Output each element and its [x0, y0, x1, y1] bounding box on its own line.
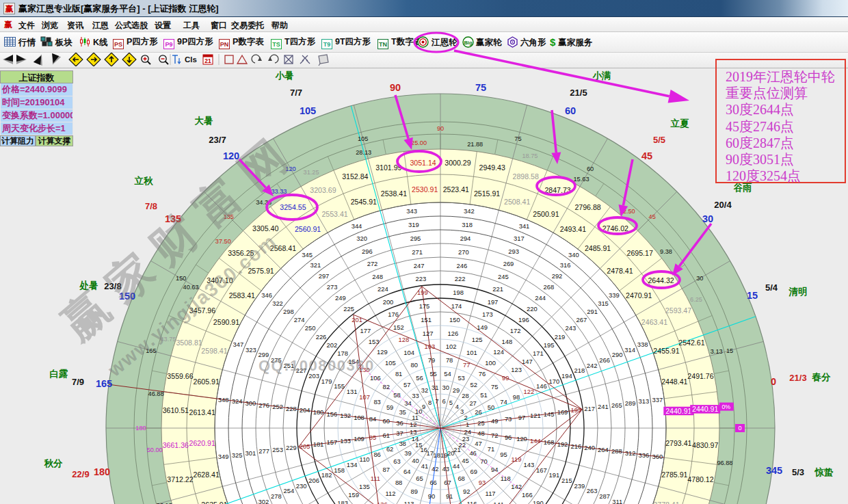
svg-text:247: 247	[414, 262, 425, 269]
svg-text:9.38: 9.38	[660, 248, 672, 255]
svg-text:323: 323	[246, 346, 256, 354]
svg-text:271: 271	[412, 248, 423, 256]
svg-text:2635.91: 2635.91	[201, 501, 227, 504]
svg-text:135: 135	[359, 483, 370, 490]
svg-text:惊蛰: 惊蛰	[814, 467, 834, 477]
svg-text:317: 317	[514, 235, 525, 242]
svg-text:35: 35	[399, 408, 406, 416]
svg-text:2440.91: 2440.91	[665, 407, 691, 415]
svg-text:2455.91: 2455.91	[653, 347, 679, 355]
svg-text:62: 62	[386, 445, 393, 453]
svg-text:50: 50	[488, 403, 494, 411]
svg-text:126: 126	[447, 330, 458, 337]
svg-text:58: 58	[393, 391, 400, 399]
svg-text:2598.41: 2598.41	[201, 347, 227, 355]
svg-text:221: 221	[492, 285, 503, 293]
svg-text:112: 112	[385, 490, 395, 497]
svg-text:144: 144	[530, 437, 541, 445]
svg-text:269: 269	[503, 260, 514, 267]
svg-text:253: 253	[272, 446, 283, 453]
svg-text:75: 75	[475, 82, 486, 93]
svg-text:345: 345	[766, 465, 782, 476]
svg-text:150: 150	[449, 316, 460, 323]
svg-text:48: 48	[477, 429, 484, 437]
svg-text:2793.41: 2793.41	[665, 439, 691, 447]
svg-text:118: 118	[501, 475, 511, 482]
svg-text:224: 224	[377, 285, 388, 293]
svg-text:192: 192	[557, 440, 568, 448]
svg-text:43: 43	[442, 465, 449, 473]
svg-text:28: 28	[462, 392, 468, 399]
svg-text:116: 116	[466, 500, 477, 504]
svg-text:169: 169	[557, 408, 568, 416]
svg-text:6: 6	[442, 397, 446, 405]
svg-text:204: 204	[300, 406, 310, 414]
svg-text:198: 198	[453, 289, 464, 296]
svg-text:290: 290	[612, 351, 623, 358]
svg-text:QQ:100800360: QQ:100800360	[259, 357, 375, 374]
svg-text:219: 219	[555, 333, 566, 341]
svg-text:45: 45	[641, 150, 652, 161]
svg-text:113: 113	[404, 500, 414, 504]
svg-text:75: 75	[491, 383, 498, 390]
svg-text:195: 195	[544, 341, 555, 349]
svg-text:17: 17	[426, 449, 433, 457]
svg-text:264: 264	[598, 446, 609, 453]
svg-text:3152.84: 3152.84	[342, 172, 368, 181]
svg-text:267: 267	[576, 316, 587, 323]
svg-text:109: 109	[354, 435, 365, 442]
svg-text:295: 295	[410, 235, 421, 242]
svg-text:21/3: 21/3	[789, 373, 806, 383]
svg-text:228: 228	[286, 405, 297, 412]
svg-text:147: 147	[522, 358, 533, 365]
svg-text:0: 0	[738, 425, 741, 432]
svg-text:148: 148	[502, 338, 513, 345]
svg-text:170: 170	[548, 377, 559, 385]
svg-text:69: 69	[470, 468, 477, 475]
svg-text:146: 146	[536, 382, 547, 390]
svg-text:2796.88: 2796.88	[574, 203, 600, 211]
svg-text:24: 24	[464, 428, 471, 436]
svg-text:30: 30	[696, 275, 703, 282]
svg-text:175: 175	[419, 302, 430, 310]
svg-text:243: 243	[566, 324, 577, 332]
svg-text:2493.41: 2493.41	[560, 225, 586, 233]
svg-text:39: 39	[404, 449, 411, 457]
svg-text:30: 30	[702, 213, 713, 224]
svg-text:128: 128	[399, 336, 410, 343]
svg-text:250: 250	[305, 324, 316, 332]
svg-text:2508.41: 2508.41	[504, 198, 530, 206]
svg-text:31.25: 31.25	[304, 169, 319, 176]
svg-text:179: 179	[321, 377, 332, 385]
svg-text:3203.69: 3203.69	[310, 186, 336, 194]
svg-text:229: 229	[286, 444, 297, 451]
svg-text:223: 223	[415, 275, 426, 282]
svg-text:28.13: 28.13	[356, 149, 371, 156]
svg-text:2583.41: 2583.41	[229, 291, 255, 300]
svg-text:263: 263	[587, 487, 598, 494]
svg-text:131: 131	[347, 388, 358, 395]
svg-text:60: 60	[587, 165, 594, 172]
svg-text:315: 315	[598, 300, 609, 307]
svg-text:249: 249	[335, 294, 346, 302]
svg-text:325: 325	[232, 451, 243, 459]
svg-text:133: 133	[340, 437, 351, 445]
svg-text:136: 136	[377, 501, 388, 504]
svg-text:252: 252	[272, 403, 283, 410]
svg-text:337: 337	[652, 396, 663, 403]
svg-text:194: 194	[561, 372, 572, 380]
svg-text:102: 102	[446, 343, 457, 350]
svg-text:152: 152	[393, 323, 404, 331]
svg-text:大暑: 大暑	[195, 116, 213, 126]
svg-text:2440.91: 2440.91	[692, 405, 718, 413]
svg-text:3: 3	[460, 408, 464, 415]
svg-text:77: 77	[463, 361, 470, 369]
svg-text:244: 244	[535, 294, 546, 302]
svg-text:321: 321	[310, 261, 321, 269]
svg-text:132: 132	[340, 412, 351, 419]
svg-text:129: 129	[377, 348, 388, 356]
svg-text:265: 265	[611, 401, 622, 409]
svg-text:270: 270	[458, 248, 469, 256]
svg-text:66: 66	[429, 479, 436, 486]
svg-text:90: 90	[437, 125, 444, 132]
